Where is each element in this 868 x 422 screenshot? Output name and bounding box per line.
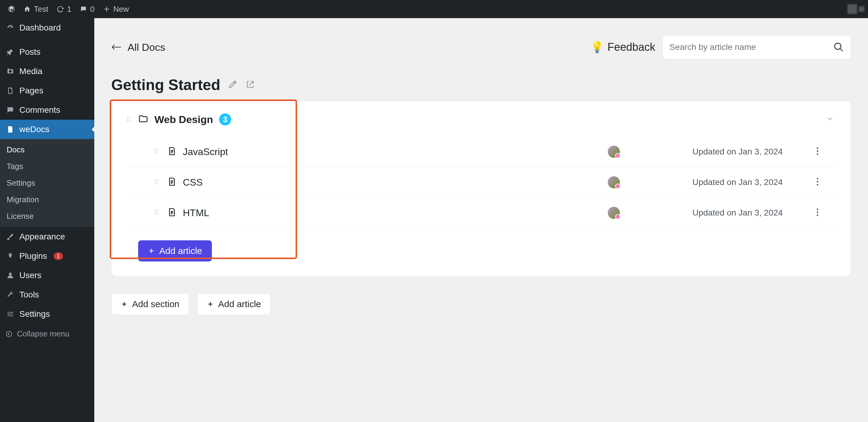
sidebar-item-label: Plugins: [19, 251, 47, 261]
document-icon: [167, 146, 177, 157]
svg-point-1: [835, 43, 841, 50]
sidebar-item-posts[interactable]: Posts: [0, 42, 94, 62]
author-avatar: [608, 176, 620, 188]
dots-vertical-icon: [816, 147, 819, 155]
folder-icon: [138, 114, 148, 125]
new-label: New: [113, 4, 129, 14]
sidebar-item-comments[interactable]: Comments: [0, 100, 94, 120]
article-row[interactable]: ⠿ HTML Updated on Jan 3, 2024: [128, 198, 836, 228]
plugins-badge: 1: [54, 252, 63, 260]
user-icon: [6, 271, 14, 280]
sidebar-item-pages[interactable]: Pages: [0, 81, 94, 100]
add-section-button[interactable]: Add section: [111, 293, 189, 315]
sidebar-item-tools[interactable]: Tools: [0, 285, 94, 304]
arrow-left-icon: [111, 44, 122, 51]
sidebar-item-media[interactable]: Media: [0, 62, 94, 81]
article-updated: Updated on Jan 3, 2024: [692, 208, 807, 218]
button-label: Add section: [132, 299, 180, 309]
site-home[interactable]: Test: [19, 4, 53, 14]
dots-vertical-icon: [816, 177, 819, 186]
button-label: Add article: [218, 299, 261, 309]
drag-handle-icon[interactable]: ⠿: [154, 148, 160, 156]
article-count-badge: 3: [219, 113, 231, 125]
sidebar-item-label: Dashboard: [19, 23, 61, 33]
svg-point-5: [817, 178, 818, 180]
sidebar-item-settings[interactable]: Settings: [0, 304, 94, 324]
content-header: All Docs 💡 Feedback: [111, 35, 851, 59]
article-more-button[interactable]: [813, 177, 822, 187]
sidebar-item-appearance[interactable]: Appearance: [0, 227, 94, 246]
comments-count: 0: [90, 4, 94, 14]
add-article-primary-button[interactable]: Add article: [138, 240, 212, 262]
drag-handle-icon[interactable]: ⠿: [154, 209, 160, 217]
submenu-settings[interactable]: Settings: [0, 175, 94, 191]
plus-icon: [103, 5, 110, 13]
comment-icon: [80, 5, 87, 13]
admin-bar: Test 1 0 New: [0, 0, 868, 18]
search-box[interactable]: [662, 35, 851, 59]
chevron-down-icon: [826, 115, 834, 123]
plus-icon: [148, 247, 155, 254]
comments-icon: [6, 106, 14, 114]
collapse-label: Collapse menu: [17, 329, 69, 338]
sidebar-item-label: Tools: [19, 290, 39, 300]
drag-handle-icon[interactable]: ⠿: [126, 115, 132, 124]
collapse-section-button[interactable]: [826, 115, 834, 124]
sidebar-item-wedocs[interactable]: weDocs: [0, 120, 94, 139]
sliders-icon: [6, 310, 14, 318]
svg-point-6: [817, 181, 818, 183]
submenu-license[interactable]: License: [0, 208, 94, 224]
sidebar-item-label: Media: [19, 66, 42, 76]
updates-count: 1: [67, 4, 71, 14]
author-avatar: [608, 146, 620, 158]
button-label: Add article: [159, 246, 202, 256]
section-header: ⠿ Web Design 3: [112, 101, 851, 136]
submenu-docs[interactable]: Docs: [0, 142, 94, 158]
article-more-button[interactable]: [813, 147, 822, 157]
svg-point-3: [817, 151, 818, 152]
add-article-outline-button[interactable]: Add article: [197, 293, 271, 315]
site-name: Test: [34, 4, 49, 14]
home-icon: [24, 5, 31, 13]
pages-icon: [6, 86, 14, 95]
article-row[interactable]: ⠿ CSS Updated on Jan 3, 2024: [128, 167, 836, 198]
refresh-icon: [57, 5, 64, 13]
doc-icon: [6, 125, 14, 133]
open-external-button[interactable]: [245, 79, 255, 91]
back-link[interactable]: All Docs: [111, 41, 165, 53]
collapse-icon: [5, 330, 13, 338]
main-content: All Docs 💡 Feedback Getting Started: [94, 18, 868, 422]
user-avatar-blur-sm[interactable]: [859, 6, 864, 12]
dashboard-icon: [6, 24, 14, 32]
new-content[interactable]: New: [99, 4, 133, 14]
bottom-actions: Add section Add article: [111, 293, 851, 315]
search-input[interactable]: [670, 42, 833, 52]
article-updated: Updated on Jan 3, 2024: [692, 177, 807, 187]
sidebar-item-label: Users: [19, 271, 41, 280]
sidebar-submenu: Docs Tags Settings Migration License: [0, 139, 94, 227]
section-name[interactable]: Web Design: [154, 114, 213, 125]
svg-point-2: [817, 148, 818, 149]
feedback-label: Feedback: [608, 41, 655, 54]
wp-logo[interactable]: [4, 5, 19, 13]
submenu-migration[interactable]: Migration: [0, 191, 94, 208]
brush-icon: [6, 233, 14, 241]
svg-point-4: [817, 154, 818, 155]
submenu-tags[interactable]: Tags: [0, 158, 94, 175]
sidebar-item-dashboard[interactable]: Dashboard: [0, 18, 94, 37]
svg-point-10: [817, 215, 818, 216]
article-row[interactable]: ⠿ JavaScript Updated on Jan 3, 2024: [128, 136, 836, 167]
sidebar-item-plugins[interactable]: Plugins 1: [0, 246, 94, 266]
collapse-menu[interactable]: Collapse menu: [0, 324, 94, 344]
svg-point-9: [817, 212, 818, 213]
updates[interactable]: 1: [53, 4, 75, 14]
comments-link[interactable]: 0: [75, 4, 98, 14]
article-more-button[interactable]: [813, 208, 822, 218]
feedback-button[interactable]: 💡 Feedback: [590, 41, 655, 54]
drag-handle-icon[interactable]: ⠿: [154, 178, 160, 186]
sidebar-item-users[interactable]: Users: [0, 266, 94, 285]
edit-title-button[interactable]: [227, 79, 238, 91]
wrench-icon: [6, 291, 14, 299]
user-avatar-blur[interactable]: [847, 4, 857, 14]
article-name: HTML: [183, 207, 209, 218]
